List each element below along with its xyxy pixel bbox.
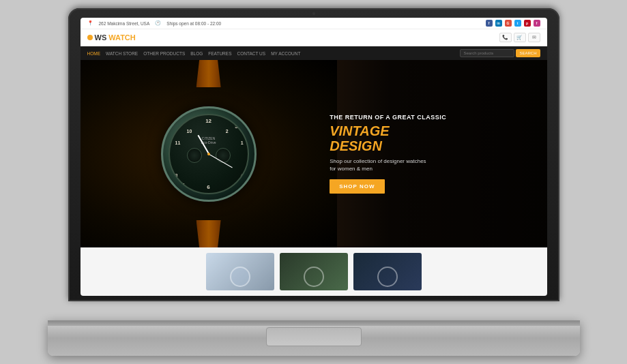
- nav-search-area: SEARCH: [460, 49, 540, 57]
- cart-button[interactable]: 🛒: [514, 33, 526, 42]
- nav-home[interactable]: HOME: [87, 51, 101, 56]
- social-icons: f in G t p f: [486, 20, 540, 27]
- product-strip: [81, 247, 547, 296]
- nav-watch-store[interactable]: WATCH STORE: [106, 51, 138, 56]
- phone-button[interactable]: 📞: [499, 33, 512, 42]
- subdial-right: [216, 148, 231, 163]
- laptop-screen: 📍 262 Makcima Street, USA 🕐 Ships open a…: [81, 18, 547, 296]
- nav-blog[interactable]: BLOG: [190, 51, 203, 56]
- top-bar: 📍 262 Makcima Street, USA 🕐 Ships open a…: [81, 18, 547, 29]
- laptop-trackpad: [266, 327, 362, 346]
- hero-section: 12 3 6 9 2 10 11 1 8: [81, 60, 547, 247]
- center-dot: [207, 153, 210, 155]
- hero-title-line2: DESIGN: [330, 138, 533, 153]
- numeral-2: 2: [226, 129, 229, 134]
- shop-now-button[interactable]: SHOP NOW: [330, 179, 384, 194]
- nav-contact-us[interactable]: CONTACT US: [237, 51, 265, 56]
- twitter-icon[interactable]: t: [514, 20, 521, 27]
- nav-my-account[interactable]: MY ACCOUNT: [271, 51, 300, 56]
- logo-dot: [87, 35, 93, 40]
- site-logo: WS WATCH: [87, 33, 136, 42]
- search-button[interactable]: SEARCH: [516, 49, 540, 57]
- numeral-5: 5: [234, 183, 237, 187]
- site-header: WS WATCH 📞 🛒 ✉: [81, 29, 547, 46]
- watch-face: 12 3 6 9 2 10 11 1 8: [169, 114, 249, 194]
- clock-icon: 🕐: [155, 20, 161, 26]
- product-thumb-3[interactable]: [353, 253, 422, 290]
- googleplus-icon[interactable]: G: [505, 20, 512, 27]
- watch-strap-top: [193, 60, 224, 87]
- hero-subtitle: THE RETURN OF A GREAT CLASSIC: [330, 114, 533, 121]
- navigation-bar: HOME WATCH STORE OTHER PRODUCTS BLOG FEA…: [81, 46, 547, 60]
- instagram-icon[interactable]: f: [534, 20, 540, 27]
- product-thumb-2[interactable]: [280, 253, 348, 290]
- numeral-10: 10: [187, 129, 192, 134]
- search-input[interactable]: [460, 49, 514, 57]
- numeral-4: 4: [241, 173, 244, 178]
- watch-strap-bottom: [193, 220, 224, 247]
- numeral-6: 6: [207, 184, 209, 190]
- logo-ws-text: WS: [95, 33, 107, 42]
- hero-description: Shop our collection of designer watchesf…: [330, 157, 533, 172]
- numeral-9: 9: [177, 123, 179, 130]
- nav-other-products[interactable]: OTHER PRODUCTS: [143, 51, 185, 56]
- email-button[interactable]: ✉: [528, 33, 540, 42]
- top-bar-left: 📍 262 Makcima Street, USA 🕐 Ships open a…: [87, 20, 222, 26]
- laptop-hinge: [48, 320, 580, 326]
- numeral-12: 12: [205, 118, 212, 124]
- linkedin-icon[interactable]: in: [495, 20, 502, 27]
- website: 📍 262 Makcima Street, USA 🕐 Ships open a…: [81, 18, 547, 296]
- laptop-base: [48, 320, 580, 356]
- numeral-11: 11: [175, 140, 181, 145]
- facebook-icon[interactable]: f: [486, 20, 493, 27]
- thumb-watch-3: [377, 267, 398, 287]
- hero-title-line1: VINTAGE: [330, 123, 533, 138]
- address-text: 262 Makcima Street, USA: [99, 21, 150, 26]
- header-action-icons: 📞 🛒 ✉: [499, 33, 540, 42]
- logo-watch-text: WATCH: [108, 33, 136, 42]
- thumb-watch-2: [304, 267, 324, 287]
- numeral-3: 3: [235, 123, 237, 130]
- hours-text: Ships open at 08:00 - 22:00: [166, 21, 221, 26]
- watch-case: 12 3 6 9 2 10 11 1 8: [161, 106, 257, 202]
- numeral-7: 7: [182, 183, 185, 187]
- laptop-screen-bezel: 📍 262 Makcima Street, USA 🕐 Ships open a…: [68, 8, 559, 301]
- location-icon: 📍: [87, 20, 93, 26]
- nav-links: HOME WATCH STORE OTHER PRODUCTS BLOG FEA…: [87, 51, 301, 56]
- numeral-1: 1: [241, 140, 244, 145]
- subdial-left: [187, 148, 202, 163]
- pinterest-icon[interactable]: p: [524, 20, 531, 27]
- nav-features[interactable]: FEATURES: [208, 51, 231, 56]
- numeral-8: 8: [175, 173, 178, 178]
- thumb-watch-1: [230, 267, 250, 287]
- product-thumb-1[interactable]: [206, 253, 274, 290]
- laptop-container: 📍 262 Makcima Street, USA 🕐 Ships open a…: [48, 8, 580, 356]
- hero-content: THE RETURN OF A GREAT CLASSIC VINTAGE DE…: [323, 60, 546, 247]
- hero-title: VINTAGE DESIGN: [330, 123, 533, 153]
- watch-outer: 12 3 6 9 2 10 11 1 8: [154, 100, 263, 209]
- camera-dot: [312, 12, 315, 15]
- watch-image: 12 3 6 9 2 10 11 1 8: [81, 60, 337, 247]
- watch-visual: 12 3 6 9 2 10 11 1 8: [81, 60, 337, 247]
